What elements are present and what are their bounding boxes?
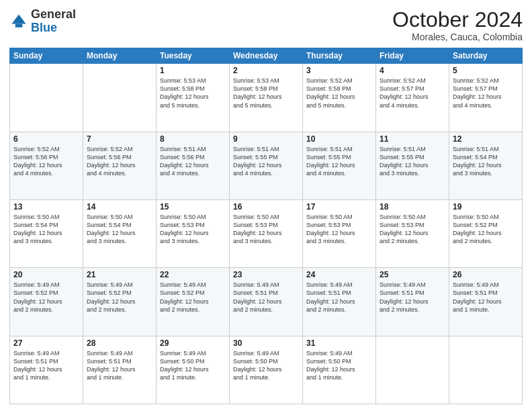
cell-3-0: 20Sunrise: 5:49 AM Sunset: 5:52 PM Dayli… [10,268,83,336]
day-number-31: 31 [306,338,372,348]
cell-0-2: 1Sunrise: 5:53 AM Sunset: 5:58 PM Daylig… [157,64,230,132]
cell-2-1: 14Sunrise: 5:50 AM Sunset: 5:54 PM Dayli… [83,199,157,267]
calendar-table: Sunday Monday Tuesday Wednesday Thursday… [9,48,523,404]
day-number-25: 25 [380,270,445,279]
col-friday: Friday [376,48,449,64]
day-number-28: 28 [87,338,152,348]
day-info-2: Sunrise: 5:53 AM Sunset: 5:58 PM Dayligh… [233,77,299,109]
day-number-16: 16 [233,202,299,212]
col-sunday: Sunday [10,48,83,64]
svg-marker-0 [12,14,26,24]
day-info-1: Sunrise: 5:53 AM Sunset: 5:58 PM Dayligh… [160,77,226,109]
day-info-3: Sunrise: 5:52 AM Sunset: 5:58 PM Dayligh… [306,77,372,109]
cell-1-1: 7Sunrise: 5:52 AM Sunset: 5:56 PM Daylig… [83,132,157,199]
day-number-5: 5 [453,66,519,75]
cell-3-2: 22Sunrise: 5:49 AM Sunset: 5:52 PM Dayli… [157,268,230,336]
day-info-5: Sunrise: 5:52 AM Sunset: 5:57 PM Dayligh… [453,77,519,109]
cell-0-3: 2Sunrise: 5:53 AM Sunset: 5:58 PM Daylig… [230,64,303,132]
day-number-8: 8 [160,134,226,144]
cell-0-1 [83,64,157,132]
day-number-10: 10 [306,134,372,144]
day-info-31: Sunrise: 5:49 AM Sunset: 5:50 PM Dayligh… [306,349,372,382]
cell-0-4: 3Sunrise: 5:52 AM Sunset: 5:58 PM Daylig… [303,64,376,132]
day-number-22: 22 [160,270,226,279]
cell-3-1: 21Sunrise: 5:49 AM Sunset: 5:52 PM Dayli… [83,268,157,336]
cell-3-5: 25Sunrise: 5:49 AM Sunset: 5:51 PM Dayli… [376,268,449,336]
day-info-30: Sunrise: 5:49 AM Sunset: 5:50 PM Dayligh… [233,349,299,382]
day-info-13: Sunrise: 5:50 AM Sunset: 5:54 PM Dayligh… [13,213,79,246]
logo-text: General Blue [31,8,76,35]
cell-1-2: 8Sunrise: 5:51 AM Sunset: 5:56 PM Daylig… [157,132,230,199]
cell-3-4: 24Sunrise: 5:49 AM Sunset: 5:51 PM Dayli… [303,268,376,336]
day-number-20: 20 [13,270,79,279]
page: General Blue October 2024 Morales, Cauca… [0,0,532,411]
week-row-2: 13Sunrise: 5:50 AM Sunset: 5:54 PM Dayli… [10,199,523,267]
cell-4-3: 30Sunrise: 5:49 AM Sunset: 5:50 PM Dayli… [230,336,303,404]
day-number-15: 15 [160,202,226,212]
cell-3-6: 26Sunrise: 5:49 AM Sunset: 5:51 PM Dayli… [449,268,523,336]
day-number-14: 14 [87,202,152,212]
day-info-8: Sunrise: 5:51 AM Sunset: 5:56 PM Dayligh… [160,145,226,178]
day-info-16: Sunrise: 5:50 AM Sunset: 5:53 PM Dayligh… [233,213,299,246]
logo-blue: Blue [31,21,57,34]
logo: General Blue [9,8,76,35]
cell-2-2: 15Sunrise: 5:50 AM Sunset: 5:53 PM Dayli… [157,199,230,267]
day-info-27: Sunrise: 5:49 AM Sunset: 5:51 PM Dayligh… [13,349,79,382]
cell-1-3: 9Sunrise: 5:51 AM Sunset: 5:55 PM Daylig… [230,132,303,199]
day-info-23: Sunrise: 5:49 AM Sunset: 5:51 PM Dayligh… [233,281,299,314]
week-row-3: 20Sunrise: 5:49 AM Sunset: 5:52 PM Dayli… [10,268,523,336]
cell-1-5: 11Sunrise: 5:51 AM Sunset: 5:55 PM Dayli… [376,132,449,199]
day-number-7: 7 [87,134,152,144]
day-number-21: 21 [87,270,152,279]
cell-4-4: 31Sunrise: 5:49 AM Sunset: 5:50 PM Dayli… [303,336,376,404]
day-info-6: Sunrise: 5:52 AM Sunset: 5:56 PM Dayligh… [13,145,79,178]
cell-0-0 [10,64,83,132]
cell-2-6: 19Sunrise: 5:50 AM Sunset: 5:52 PM Dayli… [449,199,523,267]
day-number-4: 4 [380,66,445,75]
title-block: October 2024 Morales, Cauca, Colombia [392,8,523,42]
day-number-9: 9 [233,134,299,144]
col-wednesday: Wednesday [230,48,303,64]
day-number-26: 26 [453,270,519,279]
logo-general: General [31,7,76,21]
day-number-13: 13 [13,202,79,212]
cell-2-5: 18Sunrise: 5:50 AM Sunset: 5:53 PM Dayli… [376,199,449,267]
day-info-4: Sunrise: 5:52 AM Sunset: 5:57 PM Dayligh… [380,77,445,109]
cell-4-6 [449,336,523,404]
day-info-24: Sunrise: 5:49 AM Sunset: 5:51 PM Dayligh… [306,281,372,314]
day-number-12: 12 [453,134,519,144]
day-info-25: Sunrise: 5:49 AM Sunset: 5:51 PM Dayligh… [380,281,445,314]
cell-4-0: 27Sunrise: 5:49 AM Sunset: 5:51 PM Dayli… [10,336,83,404]
day-number-24: 24 [306,270,372,279]
day-info-11: Sunrise: 5:51 AM Sunset: 5:55 PM Dayligh… [380,145,445,178]
col-thursday: Thursday [303,48,376,64]
calendar-header-row: Sunday Monday Tuesday Wednesday Thursday… [10,48,523,64]
day-info-29: Sunrise: 5:49 AM Sunset: 5:50 PM Dayligh… [160,349,226,382]
day-info-12: Sunrise: 5:51 AM Sunset: 5:54 PM Dayligh… [453,145,519,178]
day-number-1: 1 [160,66,226,75]
day-info-10: Sunrise: 5:51 AM Sunset: 5:55 PM Dayligh… [306,145,372,178]
cell-2-4: 17Sunrise: 5:50 AM Sunset: 5:53 PM Dayli… [303,199,376,267]
cell-4-1: 28Sunrise: 5:49 AM Sunset: 5:51 PM Dayli… [83,336,157,404]
cell-1-4: 10Sunrise: 5:51 AM Sunset: 5:55 PM Dayli… [303,132,376,199]
day-number-29: 29 [160,338,226,348]
month-title: October 2024 [392,8,523,32]
col-monday: Monday [83,48,157,64]
header: General Blue October 2024 Morales, Cauca… [9,8,523,42]
day-number-23: 23 [233,270,299,279]
week-row-1: 6Sunrise: 5:52 AM Sunset: 5:56 PM Daylig… [10,132,523,199]
day-number-30: 30 [233,338,299,348]
day-number-11: 11 [380,134,445,144]
cell-1-0: 6Sunrise: 5:52 AM Sunset: 5:56 PM Daylig… [10,132,83,199]
day-info-20: Sunrise: 5:49 AM Sunset: 5:52 PM Dayligh… [13,281,79,314]
col-saturday: Saturday [449,48,523,64]
logo-icon [9,12,28,31]
day-info-15: Sunrise: 5:50 AM Sunset: 5:53 PM Dayligh… [160,213,226,246]
day-number-17: 17 [306,202,372,212]
location-subtitle: Morales, Cauca, Colombia [392,32,523,42]
day-info-17: Sunrise: 5:50 AM Sunset: 5:53 PM Dayligh… [306,213,372,246]
cell-4-5 [376,336,449,404]
cell-1-6: 12Sunrise: 5:51 AM Sunset: 5:54 PM Dayli… [449,132,523,199]
col-tuesday: Tuesday [157,48,230,64]
day-number-19: 19 [453,202,519,212]
